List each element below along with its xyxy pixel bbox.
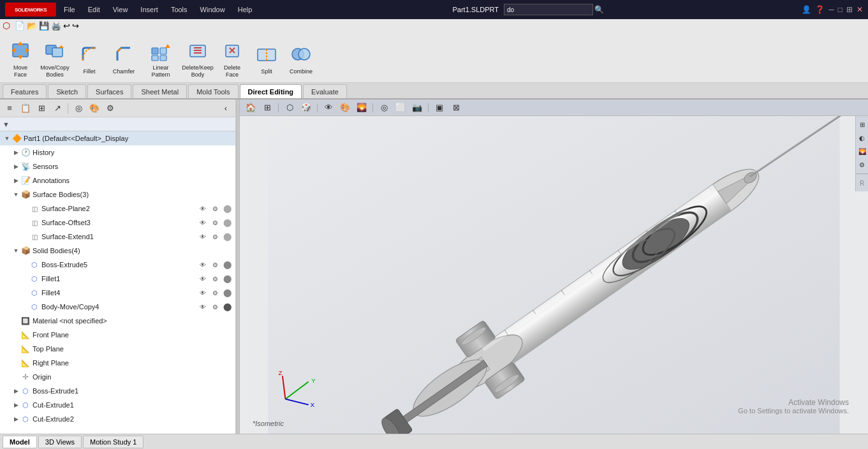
viewport-btn-shaded[interactable]: 🎲 (299, 101, 313, 114)
viewport-btn-hide-show[interactable]: 👁 (321, 101, 335, 114)
tab-surfaces[interactable]: Surfaces (87, 84, 131, 98)
viewport-btn-display-pane[interactable]: ▣ (432, 101, 446, 114)
rmini-btn-2[interactable]: ◐ (857, 132, 868, 144)
tree-item-fillet1[interactable]: ⬡ Fillet1 👁 ⚙ ⬤ (0, 272, 235, 286)
tree-item-surface-plane2[interactable]: ◫ Surface-Plane2 👁 ⚙ ⬤ (0, 202, 235, 216)
menu-window[interactable]: Window (198, 4, 228, 15)
viewport-btn-scene[interactable]: 🌄 (355, 101, 369, 114)
toolbar-linear-pattern[interactable]: LinearPattern (142, 33, 180, 84)
tree-item-cut-extrude2[interactable]: ▶ ⬡ Cut-Extrude2 (0, 412, 235, 426)
tree-action-hide[interactable]: 👁 (197, 203, 209, 214)
restore-btn[interactable]: □ (838, 5, 842, 14)
tree-action-settings3[interactable]: ⚙ (209, 231, 221, 242)
tree-item-top-plane[interactable]: 📐 Top Plane (0, 342, 235, 356)
viewport-btn-camera[interactable]: 📷 (410, 101, 424, 114)
tree-action-color3[interactable]: ⬤ (221, 231, 233, 242)
tree-item-history[interactable]: ▶ 🕐 History (0, 145, 235, 159)
panel-btn-display[interactable]: ◎ (71, 101, 85, 115)
tab-features[interactable]: Features (3, 84, 47, 98)
tree-boss-extrude1-toggle[interactable]: ▶ (11, 388, 20, 394)
tree-action-hide4[interactable]: 👁 (197, 259, 209, 270)
tree-cut-extrude2-toggle[interactable]: ▶ (11, 416, 20, 422)
tree-action-color2[interactable]: ⬤ (221, 217, 233, 228)
tree-item-fillet4[interactable]: ⬡ Fillet4 👁 ⚙ ⬤ (0, 286, 235, 300)
tree-action-color7[interactable]: ⬤ (221, 301, 233, 313)
tree-item-origin[interactable]: ✛ Origin (0, 370, 235, 384)
save-icon[interactable]: 💾 (39, 21, 49, 31)
menu-insert[interactable]: Insert (138, 4, 161, 15)
menu-edit[interactable]: Edit (85, 4, 103, 15)
viewport-btn-display-style[interactable]: ⬡ (283, 101, 297, 114)
tree-action-hide2[interactable]: 👁 (197, 217, 209, 228)
tree-action-color6[interactable]: ⬤ (221, 287, 233, 298)
tab-direct-editing[interactable]: Direct Editing (240, 84, 302, 98)
tree-action-hide7[interactable]: 👁 (197, 301, 209, 313)
viewport-btn-home[interactable]: 🏠 (244, 101, 258, 114)
toolbar-delete-face[interactable]: DeleteFace (216, 33, 249, 84)
viewport-btn-display-pane2[interactable]: ⊠ (449, 101, 463, 114)
tree-item-surface-bodies[interactable]: ▼ 📦 Surface Bodies(3) (0, 188, 235, 202)
panel-btn-settings[interactable]: ⚙ (103, 101, 117, 115)
open-icon[interactable]: 📂 (27, 21, 37, 31)
tree-cut-extrude1-toggle[interactable]: ▶ (11, 402, 20, 408)
tree-action-hide6[interactable]: 👁 (197, 287, 209, 298)
new-icon[interactable]: 📄 (15, 21, 25, 31)
tree-annotations-toggle[interactable]: ▶ (11, 177, 20, 184)
viewport-btn-section[interactable]: ⬜ (394, 101, 408, 114)
viewport-btn-zoom-fit[interactable]: ⊞ (260, 101, 274, 114)
viewport[interactable]: 🏠 ⊞ ⬡ 🎲 👁 🎨 🌄 ◎ ⬜ 📷 ▣ ⊠ (240, 99, 868, 434)
toolbar-chamfer[interactable]: Chamfer (107, 33, 140, 84)
menu-tools[interactable]: Tools (168, 4, 190, 15)
tree-item-boss-extrude1[interactable]: ▶ ⬡ Boss-Extrude1 (0, 384, 235, 398)
tree-sensors-toggle[interactable]: ▶ (11, 163, 20, 170)
viewport-btn-view-orient[interactable]: ◎ (377, 101, 391, 114)
rmini-btn-1[interactable]: ⊞ (857, 119, 868, 130)
print-icon[interactable]: 🖨️ (51, 21, 61, 31)
tree-item-right-plane[interactable]: 📐 Right Plane (0, 356, 235, 370)
tree-action-color5[interactable]: ⬤ (221, 273, 233, 284)
tree-item-boss-extrude5[interactable]: ⬡ Boss-Extrude5 👁 ⚙ ⬤ (0, 258, 235, 272)
panel-btn-collapse[interactable]: ‹ (219, 101, 233, 115)
btab-3d-views[interactable]: 3D Views (38, 436, 82, 448)
tree-action-hide3[interactable]: 👁 (197, 231, 209, 242)
tree-solid-bodies-toggle[interactable]: ▼ (11, 247, 20, 254)
search-bar[interactable]: 🔍 (504, 4, 604, 15)
tab-sheet-metal[interactable]: Sheet Metal (133, 84, 187, 98)
tree-item-cut-extrude1[interactable]: ▶ ⬡ Cut-Extrude1 (0, 398, 235, 412)
tab-mold-tools[interactable]: Mold Tools (188, 84, 238, 98)
tree-action-settings7[interactable]: ⚙ (209, 301, 221, 313)
tree-item-surface-extend1[interactable]: ◫ Surface-Extend1 👁 ⚙ ⬤ (0, 230, 235, 244)
rmini-btn-3[interactable]: 🌄 (857, 145, 868, 157)
toolbar-combine[interactable]: Combine (284, 33, 318, 84)
panel-btn-properties[interactable]: 📋 (18, 101, 33, 115)
undo-icon[interactable]: ↩ (63, 21, 70, 31)
tree-item-sensors[interactable]: ▶ 📡 Sensors (0, 159, 235, 173)
tree-root[interactable]: ▼ 🔶 Part1 (Default<<Default>_Display (0, 131, 235, 145)
redo-icon[interactable]: ↪ (72, 21, 79, 31)
panel-btn-filter[interactable]: ≡ (3, 101, 17, 115)
tree-action-settings5[interactable]: ⚙ (209, 273, 221, 284)
tab-evaluate[interactable]: Evaluate (303, 84, 347, 98)
tree-item-front-plane[interactable]: 📐 Front Plane (0, 328, 235, 342)
tree-action-settings2[interactable]: ⚙ (209, 217, 221, 228)
viewport-btn-appearance[interactable]: 🎨 (338, 101, 352, 114)
tree-action-settings[interactable]: ⚙ (209, 203, 221, 214)
tree-item-material[interactable]: 🔲 Material <not specified> (0, 314, 235, 328)
menu-file[interactable]: File (61, 4, 78, 15)
tree-action-settings4[interactable]: ⚙ (209, 259, 221, 270)
panel-btn-color[interactable]: 🎨 (87, 101, 101, 115)
toolbar-move-copy-bodies[interactable]: Move/CopyBodies (38, 33, 71, 84)
toolbar-split[interactable]: Split (250, 33, 283, 84)
tree-item-annotations[interactable]: ▶ 📝 Annotations (0, 173, 235, 188)
tree-action-settings6[interactable]: ⚙ (209, 287, 221, 298)
tree-item-solid-bodies[interactable]: ▼ 📦 Solid Bodies(4) (0, 244, 235, 258)
menu-view[interactable]: View (110, 4, 131, 15)
tree-action-color4[interactable]: ⬤ (221, 259, 233, 270)
tree-item-body-move-copy4[interactable]: ⬡ Body-Move/Copy4 👁 ⚙ ⬤ (0, 300, 235, 314)
tree-root-toggle[interactable]: ▼ (3, 135, 11, 142)
tab-sketch[interactable]: Sketch (48, 84, 86, 98)
tree-history-toggle[interactable]: ▶ (11, 149, 20, 156)
feature-tree[interactable]: ▼ 🔶 Part1 (Default<<Default>_Display ▶ 🕐… (0, 131, 235, 434)
panel-btn-zoom-component[interactable]: ⊞ (34, 101, 48, 115)
tree-action-color-circle[interactable]: ⬤ (221, 203, 233, 214)
